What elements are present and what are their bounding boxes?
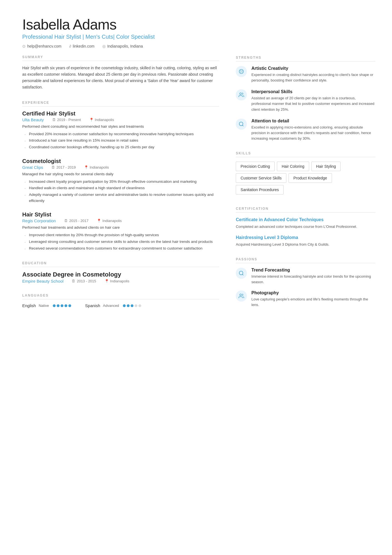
sp-dot-4 bbox=[135, 304, 137, 307]
passion-2: Photography Love capturing people's emot… bbox=[236, 290, 375, 308]
education-section: EDUCATION Associate Degree in Cosmetolog… bbox=[22, 261, 219, 283]
job-2-bullet-1: Increased client loyalty program partici… bbox=[24, 179, 219, 185]
skills-grid: Precision Cutting Hair Coloring Hair Sty… bbox=[236, 162, 375, 197]
experience-label: EXPERIENCE bbox=[22, 101, 219, 107]
job-2-location: 📍 Indianapolis bbox=[84, 165, 109, 169]
dot-3 bbox=[61, 304, 63, 307]
job-1-bullet-1: Provided 20% increase in customer satisf… bbox=[24, 131, 219, 137]
skill-customer-service: Customer Service Skills bbox=[236, 173, 286, 183]
passion-1-content: Trend Forecasting Immense interest in fo… bbox=[251, 268, 375, 285]
calendar-icon: 🗓 bbox=[52, 118, 56, 122]
skill-precision-cutting: Precision Cutting bbox=[236, 162, 275, 171]
candidate-title: Professional Hair Stylist | Men's Cuts| … bbox=[22, 34, 219, 40]
pin-icon-edu: 📍 bbox=[105, 279, 109, 283]
cert-2-desc: Acquired Hairdressing Level 3 Diploma fr… bbox=[236, 242, 375, 247]
palette-icon bbox=[239, 69, 244, 74]
skill-sanitation: Sanitation Procedures bbox=[236, 185, 284, 194]
job-2: Cosmetologist Great Clips 🗓 2017 - 2019 … bbox=[22, 158, 219, 204]
job-3-location: 📍 Indianapolis bbox=[97, 219, 121, 223]
dot-1 bbox=[53, 304, 56, 307]
strength-3-content: Attention to detail Excelled in applying… bbox=[251, 119, 375, 141]
header: Isabella Adams Professional Hair Stylist… bbox=[22, 17, 219, 48]
job-2-company: Great Clips bbox=[22, 165, 43, 170]
strength-1-desc: Experienced in creating distinct hairsty… bbox=[251, 72, 375, 83]
skill-hair-styling: Hair Styling bbox=[311, 162, 341, 171]
skill-product-knowledge: Product Knowledge bbox=[289, 173, 332, 183]
job-3-bullets: Improved client retention by 20% through… bbox=[22, 232, 219, 251]
job-2-desc: Managed the hair styling needs for sever… bbox=[22, 171, 219, 177]
resume-page: Isabella Adams Professional Hair Stylist… bbox=[0, 0, 392, 555]
photography-icon bbox=[239, 293, 244, 299]
calendar-icon-3: 🗓 bbox=[64, 219, 68, 223]
english-label: English bbox=[22, 303, 36, 308]
cert-1: Certificate in Advanced Color Techniques… bbox=[236, 217, 375, 229]
edu-dates: 🗓 2013 - 2015 bbox=[72, 279, 96, 283]
job-1-title: Certified Hair Stylist bbox=[22, 110, 219, 117]
english-level: Native bbox=[39, 304, 49, 308]
sp-dot-3 bbox=[131, 304, 133, 307]
passions-label: PASSIONS bbox=[236, 257, 375, 263]
strength-3: Attention to detail Excelled in applying… bbox=[236, 119, 375, 141]
job-3-meta: Regis Corporation 🗓 2015 - 2017 📍 Indian… bbox=[22, 218, 219, 223]
job-1-dates: 🗓 2019 - Present bbox=[52, 118, 81, 122]
left-column: Isabella Adams Professional Hair Stylist… bbox=[22, 17, 219, 538]
edu-school: Empire Beauty School bbox=[22, 279, 63, 283]
dot-2 bbox=[57, 304, 59, 307]
job-3-bullet-1: Improved client retention by 20% through… bbox=[24, 232, 219, 238]
calendar-icon-2: 🗓 bbox=[51, 165, 55, 169]
strength-2-name: Interpersonal Skills bbox=[251, 89, 375, 94]
email-value: help@enhancv.com bbox=[27, 44, 61, 48]
job-1-bullets: Provided 20% increase in customer satisf… bbox=[22, 131, 219, 150]
strength-2-icon-circle bbox=[236, 89, 247, 100]
skill-hair-coloring: Hair Coloring bbox=[277, 162, 309, 171]
job-3-bullet-2: Leveraged strong consulting and customer… bbox=[24, 239, 219, 245]
strength-3-icon-circle bbox=[236, 119, 247, 130]
strength-3-desc: Excelled in applying micro-extensions an… bbox=[251, 125, 375, 141]
pin-icon-3: 📍 bbox=[97, 219, 101, 223]
strength-3-name: Attention to detail bbox=[251, 119, 375, 124]
email-icon: ⊙ bbox=[22, 44, 26, 48]
summary-section: SUMMARY Hair Stylist with six years of e… bbox=[22, 55, 219, 90]
job-3-desc: Performed hair treatments and advised cl… bbox=[22, 225, 219, 230]
sp-dot-2 bbox=[127, 304, 130, 307]
languages-row: English Native Spanish Advanced bbox=[22, 303, 219, 308]
education-label: EDUCATION bbox=[22, 261, 219, 267]
strength-1-name: Artistic Creativity bbox=[251, 66, 375, 71]
strength-1-content: Artistic Creativity Experienced in creat… bbox=[251, 66, 375, 83]
languages-section: LANGUAGES English Native Spanish Advanc bbox=[22, 293, 219, 308]
passion-2-name: Photography bbox=[251, 290, 375, 295]
location-icon: ◎ bbox=[102, 44, 106, 48]
strength-2-content: Interpersonal Skills Assisted an average… bbox=[251, 89, 375, 112]
passion-1-desc: Immense interest in forecasting hairstyl… bbox=[251, 274, 375, 285]
skills-label: SKILLS bbox=[236, 151, 375, 157]
attention-icon bbox=[239, 121, 244, 127]
summary-text: Hair Stylist with six years of experienc… bbox=[22, 65, 219, 90]
job-2-bullet-2: Handled walk-in clients and maintained a… bbox=[24, 185, 219, 191]
certification-section: CERTIFICATION Certificate in Advanced Co… bbox=[236, 207, 375, 247]
edu-degree: Associate Degree in Cosmetology bbox=[22, 271, 219, 278]
spanish-dots bbox=[123, 304, 141, 307]
job-2-meta: Great Clips 🗓 2017 - 2019 📍 Indianapolis bbox=[22, 165, 219, 170]
strengths-section: STRENGTHS Artistic Creativity Experience… bbox=[236, 56, 375, 141]
email-contact: ⊙ help@enhancv.com bbox=[22, 44, 61, 48]
spanish-label: Spanish bbox=[85, 303, 100, 308]
contact-info: ⊙ help@enhancv.com ∂ linkedin.com ◎ Indi… bbox=[22, 44, 219, 48]
job-1-location: 📍 Indianapolis bbox=[89, 118, 114, 122]
language-spanish: Spanish Advanced bbox=[85, 303, 141, 308]
job-3: Hair Stylist Regis Corporation 🗓 2015 - … bbox=[22, 211, 219, 251]
passion-1-name: Trend Forecasting bbox=[251, 268, 375, 273]
svg-point-5 bbox=[240, 93, 242, 95]
job-1-bullet-2: Introduced a hair care line resulting in… bbox=[24, 137, 219, 144]
cert-2: Hairdressing Level 3 Diploma Acquired Ha… bbox=[236, 235, 375, 247]
linkedin-contact: ∂ linkedin.com bbox=[69, 44, 95, 48]
svg-point-4 bbox=[242, 71, 243, 72]
dot-5 bbox=[68, 304, 71, 307]
svg-point-8 bbox=[239, 271, 243, 275]
job-1: Certified Hair Stylist Ulta Beauty 🗓 201… bbox=[22, 110, 219, 150]
job-1-bullet-3: Coordinated customer bookings efficientl… bbox=[24, 144, 219, 150]
job-1-desc: Performed client consulting and recommen… bbox=[22, 124, 219, 129]
language-english: English Native bbox=[22, 303, 71, 308]
passion-2-desc: Love capturing people's emotions and lif… bbox=[251, 297, 375, 308]
strength-1: Artistic Creativity Experienced in creat… bbox=[236, 66, 375, 83]
job-2-bullets: Increased client loyalty program partici… bbox=[22, 179, 219, 204]
